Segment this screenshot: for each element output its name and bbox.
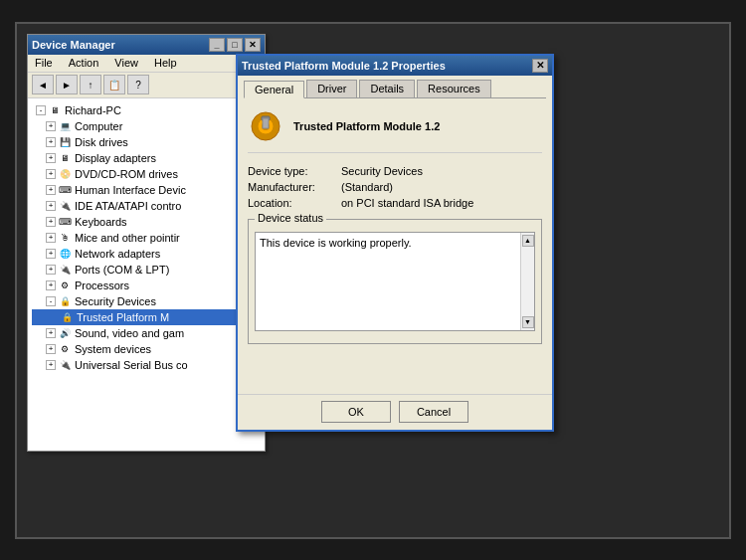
properties-button[interactable]: 📋 (103, 75, 125, 94)
mice-expand[interactable]: + (46, 233, 56, 243)
scroll-down-button[interactable]: ▼ (522, 316, 534, 328)
system-label: System devices (75, 343, 151, 355)
computer-label: Computer (75, 120, 122, 132)
tree-item-sound[interactable]: + 🔊 Sound, video and gam (32, 325, 261, 341)
ide-icon: 🔌 (58, 199, 72, 213)
ide-expand[interactable]: + (46, 201, 56, 211)
keyboards-expand[interactable]: + (46, 217, 56, 227)
network-icon: 🌐 (58, 247, 72, 261)
hid-expand[interactable]: + (46, 185, 56, 195)
system-expand[interactable]: + (46, 344, 56, 354)
computer-icon: 💻 (58, 119, 72, 133)
usb-expand[interactable]: + (46, 360, 56, 370)
security-label: Security Devices (75, 295, 156, 307)
scroll-up-button[interactable]: ▲ (522, 235, 534, 247)
cancel-button[interactable]: Cancel (399, 401, 468, 423)
tab-details[interactable]: Details (359, 80, 415, 97)
screen: Device Manager _ □ ✕ File Action View He… (15, 22, 731, 539)
forward-button[interactable]: ► (56, 75, 78, 94)
keyboards-label: Keyboards (75, 216, 127, 228)
tree-item-hid[interactable]: + ⌨ Human Interface Devic (32, 182, 261, 198)
dialog-footer: OK Cancel (238, 394, 552, 430)
security-expand[interactable]: - (46, 296, 56, 306)
ok-button[interactable]: OK (321, 401, 391, 423)
manufacturer-value: (Standard) (341, 181, 542, 193)
status-scrollbar[interactable]: ▲ ▼ (520, 233, 534, 330)
tree-item-keyboards[interactable]: + ⌨ Keyboards (32, 214, 261, 230)
device-large-icon (248, 108, 283, 144)
tree-item-security[interactable]: - 🔒 Security Devices (32, 293, 261, 309)
location-value: on PCI standard ISA bridge (341, 197, 542, 209)
display-icon: 🖥 (58, 151, 72, 165)
device-header: Trusted Platform Module 1.2 (248, 108, 542, 153)
menu-bar: File Action View Help (28, 55, 265, 73)
display-label: Display adapters (75, 152, 156, 164)
tree-item-usb[interactable]: + 🔌 Universal Serial Bus co (32, 357, 261, 373)
usb-label: Universal Serial Bus co (75, 359, 188, 371)
tab-general[interactable]: General (244, 81, 304, 98)
back-button[interactable]: ◄ (32, 75, 54, 94)
disk-expand[interactable]: + (46, 137, 56, 147)
tree-item-mice[interactable]: + 🖱 Mice and other pointir (32, 230, 261, 246)
status-text: This device is working properly. (256, 233, 520, 330)
tpm-icon: 🔒 (60, 310, 74, 324)
titlebar-controls: _ □ ✕ (209, 38, 261, 52)
dialog-title: Trusted Platform Module 1.2 Properties (242, 60, 446, 72)
root-label: Richard-PC (65, 104, 121, 116)
up-button[interactable]: ↑ (80, 75, 101, 94)
menu-help[interactable]: Help (151, 56, 180, 70)
tab-bar: General Driver Details Resources (238, 76, 552, 97)
dialog-close-button[interactable]: ✕ (532, 59, 548, 73)
processors-icon: ⚙ (58, 279, 72, 292)
mice-icon: 🖱 (58, 231, 72, 245)
tree-item-tpm[interactable]: 🔒 Trusted Platform M (32, 309, 261, 325)
minimize-button[interactable]: _ (209, 38, 225, 52)
usb-icon: 🔌 (58, 358, 72, 372)
dvd-expand[interactable]: + (46, 169, 56, 179)
network-expand[interactable]: + (46, 249, 56, 259)
sound-label: Sound, video and gam (75, 327, 184, 339)
status-group-legend: Device status (255, 212, 326, 224)
computer-icon: 🖥 (48, 103, 62, 117)
menu-file[interactable]: File (32, 56, 56, 70)
tree-item-ports[interactable]: + 🔌 Ports (COM & LPT) (32, 262, 261, 278)
menu-view[interactable]: View (111, 56, 141, 70)
help-toolbar-button[interactable]: ? (127, 75, 149, 94)
tree-item-disk[interactable]: + 💾 Disk drives (32, 134, 261, 150)
maximize-button[interactable]: □ (227, 38, 243, 52)
processors-expand[interactable]: + (46, 280, 56, 290)
tree-item-ide[interactable]: + 🔌 IDE ATA/ATAPI contro (32, 198, 261, 214)
sound-expand[interactable]: + (46, 328, 56, 338)
tree-item-processors[interactable]: + ⚙ Processors (32, 278, 261, 293)
tree-item-dvd[interactable]: + 📀 DVD/CD-ROM drives (32, 166, 261, 182)
dvd-label: DVD/CD-ROM drives (75, 168, 178, 180)
system-icon: ⚙ (58, 342, 72, 356)
security-icon: 🔒 (58, 294, 72, 308)
root-expand[interactable]: - (36, 105, 46, 115)
manufacturer-label: Manufacturer: (248, 181, 337, 193)
tab-driver[interactable]: Driver (306, 80, 357, 97)
display-expand[interactable]: + (46, 153, 56, 163)
device-name-text: Trusted Platform Module 1.2 (293, 120, 440, 132)
properties-dialog: Trusted Platform Module 1.2 Properties ✕… (236, 54, 554, 432)
tpm-label: Trusted Platform M (77, 311, 169, 323)
menu-action[interactable]: Action (66, 56, 102, 70)
dialog-titlebar: Trusted Platform Module 1.2 Properties ✕ (238, 56, 552, 76)
computer-expand[interactable]: + (46, 121, 56, 131)
tree-root[interactable]: - 🖥 Richard-PC (32, 102, 261, 118)
svg-rect-4 (263, 118, 269, 128)
disk-icon: 💾 (58, 135, 72, 149)
tab-resources[interactable]: Resources (417, 80, 491, 97)
tree-item-network[interactable]: + 🌐 Network adapters (32, 246, 261, 262)
processors-label: Processors (75, 280, 129, 291)
tree-item-system[interactable]: + ⚙ System devices (32, 341, 261, 357)
hid-icon: ⌨ (58, 183, 72, 197)
close-button[interactable]: ✕ (245, 38, 261, 52)
tree-item-display[interactable]: + 🖥 Display adapters (32, 150, 261, 166)
device-manager-window: Device Manager _ □ ✕ File Action View He… (27, 34, 266, 452)
mice-label: Mice and other pointir (75, 232, 180, 244)
tree-item-computer[interactable]: + 💻 Computer (32, 118, 261, 134)
ports-expand[interactable]: + (46, 265, 56, 275)
device-manager-titlebar: Device Manager _ □ ✕ (28, 35, 265, 55)
sound-icon: 🔊 (58, 326, 72, 340)
